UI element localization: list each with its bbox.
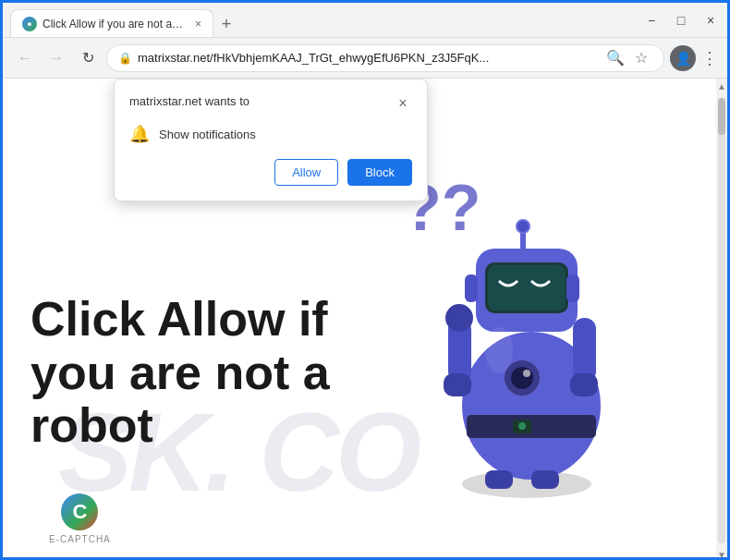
svg-rect-21 xyxy=(531,470,559,489)
address-bar: ← → ↻ 🔒 matrixstar.net/fHkVbhjemKAAJ_TrG… xyxy=(3,38,727,79)
scroll-down-arrow[interactable]: ▼ xyxy=(714,547,729,560)
svg-rect-12 xyxy=(488,265,566,310)
profile-button[interactable]: 👤 xyxy=(670,45,696,71)
scroll-track[interactable] xyxy=(718,98,725,543)
scroll-thumb[interactable] xyxy=(718,98,725,135)
svg-point-6 xyxy=(518,422,526,430)
allow-button[interactable]: Allow xyxy=(274,159,338,186)
tab-area: ● Click Allow if you are not a robot × + xyxy=(10,3,635,37)
refresh-button[interactable]: ↻ xyxy=(75,45,101,71)
tab-close-button[interactable]: × xyxy=(195,18,201,30)
notification-label: Show notifications xyxy=(159,128,256,141)
ecaptcha-label: E-CAPTCHA xyxy=(49,534,111,544)
popup-header: matrixstar.net wants to × xyxy=(129,94,412,113)
url-bar[interactable]: 🔒 matrixstar.net/fHkVbhjemKAAJ_TrGt_ehwy… xyxy=(106,44,664,72)
bell-icon: 🔔 xyxy=(129,124,150,144)
page-headline: Click Allow if you are not a robot xyxy=(30,293,345,452)
back-button[interactable]: ← xyxy=(12,45,38,71)
menu-button[interactable]: ⋮ xyxy=(701,48,718,68)
ecaptcha-icon: C xyxy=(61,493,98,530)
svg-point-8 xyxy=(511,367,533,389)
notification-popup: matrixstar.net wants to × 🔔 Show notific… xyxy=(114,79,428,201)
svg-rect-20 xyxy=(485,470,513,489)
svg-point-19 xyxy=(445,304,473,332)
popup-notification-row: 🔔 Show notifications xyxy=(129,124,412,144)
url-text: matrixstar.net/fHkVbhjemKAAJ_TrGt_ehwygE… xyxy=(138,51,599,65)
ecaptcha-logo: C E-CAPTCHA xyxy=(49,493,111,544)
svg-point-14 xyxy=(517,220,529,233)
search-icon[interactable]: 🔍 xyxy=(604,47,627,69)
new-tab-button[interactable]: + xyxy=(213,11,239,37)
robot-illustration: ?? xyxy=(393,156,670,507)
popup-close-button[interactable]: × xyxy=(394,94,412,113)
svg-point-9 xyxy=(523,370,530,377)
url-actions: 🔍 ☆ xyxy=(604,47,652,69)
svg-rect-17 xyxy=(573,318,596,383)
svg-rect-22 xyxy=(465,274,478,302)
window-controls: − □ × xyxy=(642,11,720,30)
popup-buttons: Allow Block xyxy=(129,159,412,186)
svg-rect-18 xyxy=(570,373,598,396)
block-button[interactable]: Block xyxy=(347,159,412,186)
active-tab[interactable]: ● Click Allow if you are not a robot × xyxy=(10,9,213,37)
scrollbar[interactable]: ▲ ▼ xyxy=(716,79,727,560)
title-bar: ● Click Allow if you are not a robot × +… xyxy=(3,3,727,38)
svg-rect-16 xyxy=(444,373,471,396)
svg-rect-23 xyxy=(566,274,579,302)
tab-favicon: ● xyxy=(22,17,37,31)
page-content: matrixstar.net wants to × 🔔 Show notific… xyxy=(3,79,716,560)
maximize-button[interactable]: □ xyxy=(672,11,690,30)
bookmark-icon[interactable]: ☆ xyxy=(630,47,652,69)
minimize-button[interactable]: − xyxy=(642,11,661,30)
browser-content: matrixstar.net wants to × 🔔 Show notific… xyxy=(3,79,727,560)
svg-point-24 xyxy=(485,327,513,373)
popup-title: matrixstar.net wants to xyxy=(129,94,249,108)
tab-title: Click Allow if you are not a robot xyxy=(43,18,186,30)
scroll-up-arrow[interactable]: ▲ xyxy=(714,79,729,94)
close-window-button[interactable]: × xyxy=(701,11,720,30)
forward-button[interactable]: → xyxy=(43,45,69,71)
lock-icon: 🔒 xyxy=(118,52,132,65)
